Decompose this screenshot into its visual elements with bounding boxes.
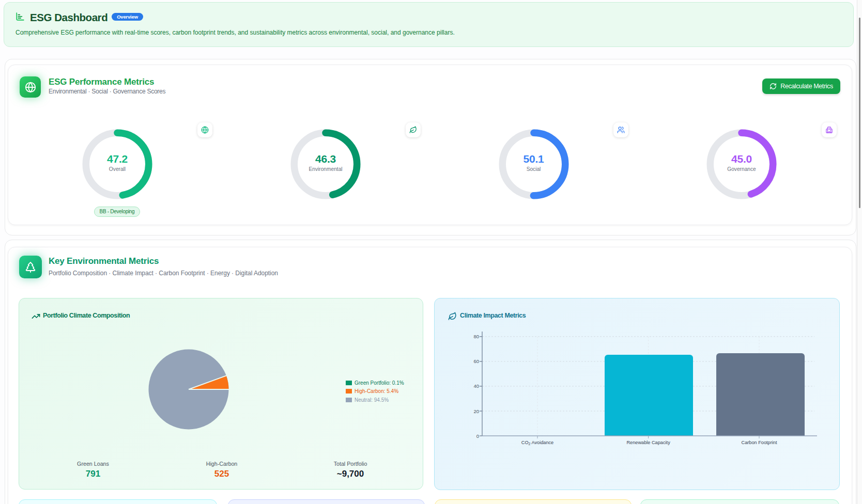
svg-text:60: 60 [473,358,479,364]
svg-text:Carbon Footprint: Carbon Footprint [742,440,777,445]
svg-text:Renewable Capacity: Renewable Capacity [626,440,670,445]
svg-text:80: 80 [473,334,479,339]
svg-text:0: 0 [476,433,479,439]
svg-text:CO2 Avoidance: CO2 Avoidance [521,440,553,446]
svg-text:20: 20 [473,408,479,414]
svg-text:40: 40 [473,383,479,389]
